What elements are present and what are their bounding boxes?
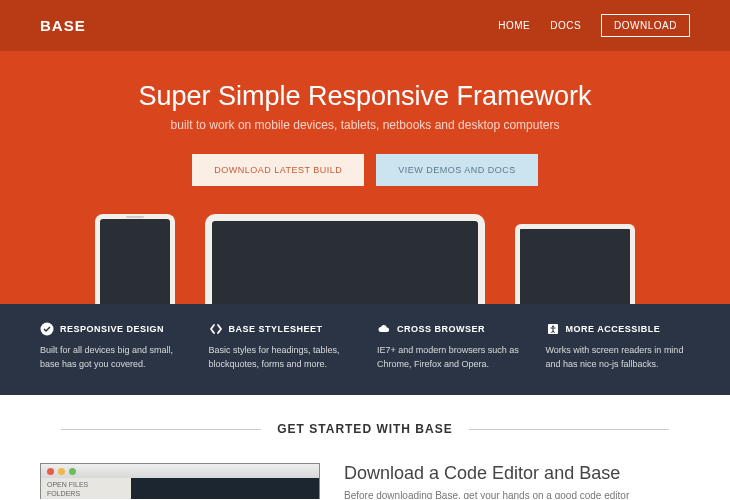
feature-responsive: RESPONSIVE DESIGN Built for all devices … <box>40 322 185 371</box>
check-circle-icon <box>40 322 54 336</box>
sidebar-folders: FOLDERS <box>47 490 125 497</box>
nav-docs[interactable]: DOCS <box>550 20 581 31</box>
logo[interactable]: BASE <box>40 17 86 34</box>
feature-desc: Built for all devices big and small, bas… <box>40 344 185 371</box>
cta-row: DOWNLOAD LATEST BUILD VIEW DEMOS AND DOC… <box>40 154 690 186</box>
feature-cross-browser: CROSS BROWSER IE7+ and modern browsers s… <box>377 322 522 371</box>
svg-point-2 <box>552 326 554 328</box>
close-dot-icon <box>47 468 54 475</box>
editor-promo: OPEN FILES FOLDERS Download a Code Edito… <box>0 447 730 499</box>
accessibility-icon <box>546 322 560 336</box>
get-started-heading: GET STARTED WITH BASE <box>261 422 468 436</box>
nav-download[interactable]: DOWNLOAD <box>601 14 690 37</box>
download-build-button[interactable]: DOWNLOAD LATEST BUILD <box>192 154 364 186</box>
features-bar: RESPONSIVE DESIGN Built for all devices … <box>0 304 730 395</box>
cloud-icon <box>377 322 391 336</box>
code-icon <box>209 322 223 336</box>
feature-desc: IE7+ and modern browsers such as Chrome,… <box>377 344 522 371</box>
feature-title: BASE STYLESHEET <box>229 324 323 334</box>
feature-desc: Works with screen readers in mind and ha… <box>546 344 691 371</box>
feature-stylesheet: BASE STYLESHEET Basic styles for heading… <box>209 322 354 371</box>
phone-mockup <box>95 214 175 304</box>
hero-subtitle: built to work on mobile devices, tablets… <box>40 118 690 132</box>
feature-desc: Basic styles for headings, tables, block… <box>209 344 354 371</box>
editor-titlebar <box>41 464 319 478</box>
sidebar-open-files: OPEN FILES <box>47 481 125 488</box>
editor-text: Download a Code Editor and Base Before d… <box>344 463 629 499</box>
main-nav: HOME DOCS DOWNLOAD <box>498 14 690 37</box>
nav-home[interactable]: HOME <box>498 20 530 31</box>
tablet-mockup <box>515 224 635 304</box>
get-started-section: GET STARTED WITH BASE <box>0 395 730 447</box>
laptop-mockup <box>205 214 485 304</box>
minimize-dot-icon <box>58 468 65 475</box>
device-mockups <box>40 214 690 304</box>
hero: Super Simple Responsive Framework built … <box>0 51 730 304</box>
feature-title: MORE ACCESSIBLE <box>566 324 661 334</box>
editor-sidebar: OPEN FILES FOLDERS <box>41 478 131 499</box>
editor-window: OPEN FILES FOLDERS <box>40 463 320 499</box>
editor-blurb: Before downloading Base, get your hands … <box>344 490 629 499</box>
site-header: BASE HOME DOCS DOWNLOAD <box>0 0 730 51</box>
editor-code-area <box>131 478 319 499</box>
feature-title: RESPONSIVE DESIGN <box>60 324 164 334</box>
zoom-dot-icon <box>69 468 76 475</box>
editor-body: OPEN FILES FOLDERS <box>41 478 319 499</box>
view-demos-button[interactable]: VIEW DEMOS AND DOCS <box>376 154 538 186</box>
editor-title: Download a Code Editor and Base <box>344 463 629 484</box>
feature-title: CROSS BROWSER <box>397 324 485 334</box>
feature-accessible: MORE ACCESSIBLE Works with screen reader… <box>546 322 691 371</box>
hero-title: Super Simple Responsive Framework <box>40 81 690 112</box>
